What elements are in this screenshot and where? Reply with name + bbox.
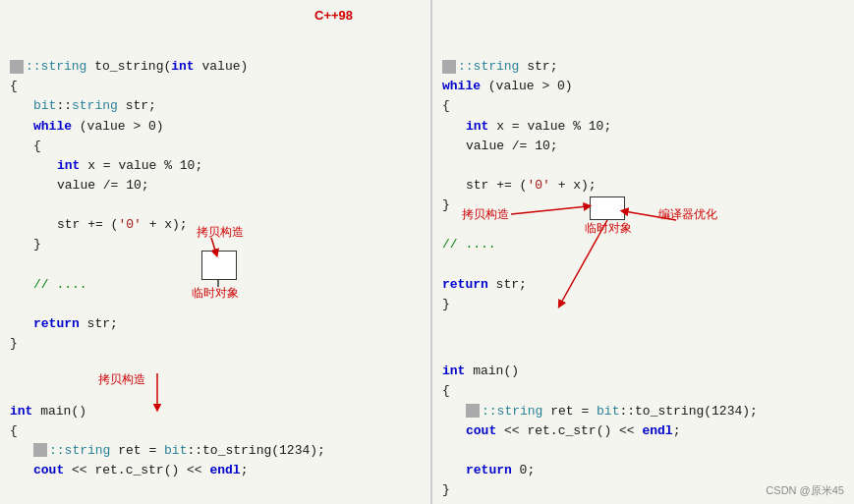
copy-construct-label-1: 拷贝构造: [197, 224, 244, 241]
right-main-code: int main() { ::string ret = bit::to_stri…: [442, 342, 844, 504]
copy-construct-right: 拷贝构造: [462, 206, 509, 223]
left-main-code: int main() { ::string ret = bit::to_stri…: [10, 381, 421, 504]
compiler-opt-label: 编译器优化: [658, 206, 717, 223]
temp-obj-box-right: [590, 196, 625, 220]
left-code: ::string to_string(int value) { bit::str…: [10, 37, 421, 373]
cpp98-label: C++98: [314, 8, 353, 23]
copy-construct-label-2: 拷贝构造: [98, 371, 145, 388]
csdn-label: CSDN @原米45: [766, 483, 844, 498]
left-panel: C++98 ::string to_string(int value) { bi…: [0, 0, 432, 504]
temp-obj-label-1: 临时对象: [192, 285, 239, 302]
temp-obj-right: 临时对象: [585, 220, 632, 237]
main-container: C++98 ::string to_string(int value) { bi…: [0, 0, 854, 504]
right-panel: ::string str; while (value > 0) { int x …: [432, 0, 854, 504]
temp-obj-box-1: [201, 251, 237, 280]
right-code-top: ::string str; while (value > 0) { int x …: [442, 37, 844, 334]
